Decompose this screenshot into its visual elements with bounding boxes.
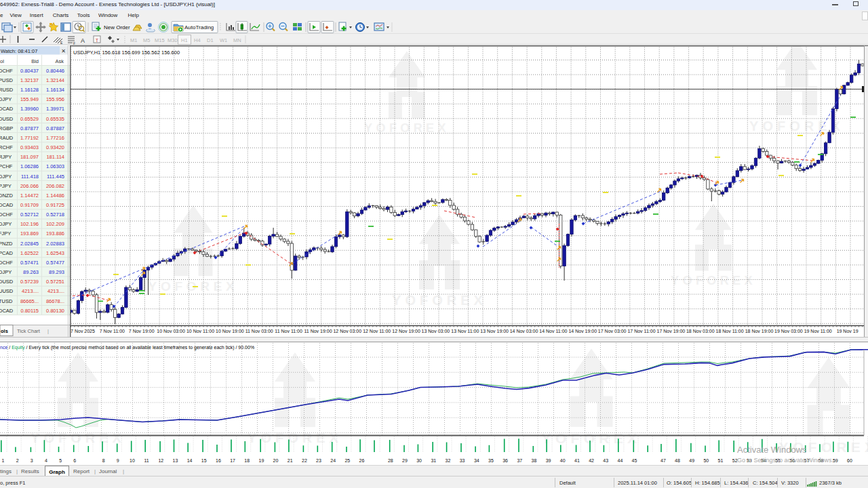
svg-text:H1: H1 — [181, 37, 188, 43]
svg-text:Tick Chart: Tick Chart — [17, 328, 41, 334]
svg-text:11: 11 — [144, 458, 149, 463]
svg-text:23: 23 — [316, 458, 321, 463]
svg-text:17 Nov 19:00: 17 Nov 19:00 — [657, 329, 686, 333]
svg-text:102.196: 102.196 — [20, 221, 39, 227]
svg-text:10 Nov 19:00: 10 Nov 19:00 — [216, 329, 244, 333]
svg-text:DNZD: DNZD — [0, 192, 13, 199]
svg-text:Watch: 08:41:07: Watch: 08:41:07 — [1, 48, 37, 54]
svg-text:47: 47 — [660, 458, 666, 463]
svg-text:DJPY: DJPY — [0, 221, 12, 227]
svg-text:ol: ol — [0, 58, 4, 64]
svg-text:17 Nov 11:00: 17 Nov 11:00 — [627, 329, 655, 333]
svg-text:43: 43 — [603, 458, 608, 463]
svg-text:M5: M5 — [143, 37, 150, 43]
svg-text:0.80115: 0.80115 — [20, 308, 39, 314]
svg-text:4213....: 4213.... — [47, 288, 64, 294]
svg-text:89.293: 89.293 — [49, 269, 64, 275]
svg-text:181.114: 181.114 — [46, 154, 64, 160]
svg-text:DCHF: DCHF — [0, 68, 13, 74]
svg-text:DUSD: DUSD — [0, 279, 14, 285]
svg-text:FJPY: FJPY — [0, 230, 11, 237]
svg-text:111.418: 111.418 — [21, 174, 39, 180]
svg-text:11 Nov 03:00: 11 Nov 03:00 — [245, 329, 273, 333]
svg-text:18 Nov 03:00: 18 Nov 03:00 — [686, 329, 715, 333]
svg-text:1.16134: 1.16134 — [46, 87, 64, 93]
svg-text:32: 32 — [446, 458, 451, 463]
svg-text:86665...: 86665... — [20, 298, 39, 304]
svg-text:2.02845: 2.02845 — [20, 241, 39, 247]
svg-text:PCAD: PCAD — [0, 250, 13, 256]
svg-text:18 Nov 19:00: 18 Nov 19:00 — [745, 329, 774, 333]
svg-text:14 Nov 03:00: 14 Nov 03:00 — [510, 329, 538, 333]
svg-text:0.93403: 0.93403 — [20, 144, 39, 150]
svg-text:35: 35 — [488, 458, 494, 463]
svg-text:17: 17 — [230, 458, 235, 463]
svg-text:181.097: 181.097 — [20, 154, 39, 160]
svg-text:48: 48 — [675, 458, 680, 463]
svg-text:111.445: 111.445 — [47, 174, 64, 180]
svg-text:RGBP: RGBP — [0, 125, 13, 131]
svg-text:H4: H4 — [194, 37, 201, 43]
svg-text:0.93420: 0.93420 — [46, 144, 64, 150]
svg-text:|: | — [47, 328, 49, 334]
svg-text:Bid: Bid — [31, 58, 39, 64]
svg-text:0.80437: 0.80437 — [20, 68, 39, 74]
svg-text:PJPY: PJPY — [0, 183, 12, 189]
svg-text:34: 34 — [474, 458, 479, 463]
svg-text:RAUD: RAUD — [0, 135, 14, 141]
svg-text:PNZD: PNZD — [0, 241, 13, 247]
svg-text:1.14486: 1.14486 — [46, 192, 64, 199]
svg-text:1.77216: 1.77216 — [46, 135, 64, 141]
svg-text:DJPY: DJPY — [0, 96, 12, 102]
svg-text:1.32137: 1.32137 — [20, 77, 39, 83]
svg-text:16: 16 — [216, 458, 221, 463]
svg-text:USDJPY,H1 156.618 156.699 156: USDJPY,H1 156.618 156.699 156.562 156.60… — [73, 49, 180, 56]
svg-text:DCHF: DCHF — [0, 260, 13, 266]
svg-text:nce / Equity / Every tick (the: nce / Equity / Every tick (the most prec… — [0, 345, 254, 350]
svg-text:25: 25 — [344, 458, 350, 463]
svg-text:37: 37 — [517, 458, 522, 463]
svg-text:30: 30 — [416, 458, 422, 463]
svg-text:W1: W1 — [220, 37, 227, 43]
svg-text:18: 18 — [244, 458, 250, 463]
svg-text:13 Nov 19:00: 13 Nov 19:00 — [480, 329, 509, 333]
svg-text:Activate Windows: Activate Windows — [737, 445, 807, 455]
svg-text:2: 2 — [16, 458, 19, 463]
svg-text:24: 24 — [330, 458, 336, 463]
svg-text:12 Nov 03:00: 12 Nov 03:00 — [333, 329, 361, 333]
svg-text:ols: ols — [1, 328, 8, 334]
svg-text:17 Nov 03:00: 17 Nov 03:00 — [598, 329, 627, 333]
svg-text:1.14472: 1.14472 — [20, 192, 39, 199]
svg-text:A: A — [81, 37, 85, 44]
svg-text:5: 5 — [59, 458, 62, 463]
svg-text:14: 14 — [187, 458, 193, 463]
svg-text:10 Nov 03:00: 10 Nov 03:00 — [157, 329, 185, 333]
svg-text:0.87887: 0.87887 — [46, 125, 64, 131]
svg-text:0.91725: 0.91725 — [46, 202, 64, 208]
svg-text:RUSD: RUSD — [0, 87, 14, 93]
svg-text:0.52712: 0.52712 — [20, 211, 39, 218]
svg-text:10 Nov 11:00: 10 Nov 11:00 — [186, 329, 214, 333]
svg-text:155.949: 155.949 — [20, 96, 39, 102]
svg-text:0.91709: 0.91709 — [20, 202, 39, 208]
svg-text:4: 4 — [45, 458, 47, 463]
svg-text:50: 50 — [703, 458, 709, 463]
svg-text:19 Nov 19: 19 Nov 19 — [837, 329, 859, 333]
svg-text:18 Nov 11:00: 18 Nov 11:00 — [716, 329, 744, 333]
svg-text:12: 12 — [158, 458, 163, 463]
svg-text:155.956: 155.956 — [46, 96, 64, 102]
svg-text:DJPY: DJPY — [0, 174, 12, 180]
svg-text:12 Nov 19:00: 12 Nov 19:00 — [392, 329, 420, 333]
svg-text:0.57477: 0.57477 — [46, 260, 64, 266]
svg-text:49: 49 — [689, 458, 694, 463]
svg-text:1.06303: 1.06303 — [46, 163, 64, 169]
svg-text:TUSD: TUSD — [0, 298, 13, 304]
svg-text:11 Nov 11:00: 11 Nov 11:00 — [275, 329, 302, 333]
svg-text:DCAD: DCAD — [0, 106, 14, 112]
svg-text:YOFOREX: YOFOREX — [542, 430, 642, 446]
svg-text:New Order: New Order — [104, 24, 130, 30]
svg-text:1.62543: 1.62543 — [46, 250, 64, 256]
svg-text:M1: M1 — [130, 37, 137, 43]
svg-text:42: 42 — [589, 458, 594, 463]
svg-text:4213....: 4213.... — [22, 288, 39, 294]
